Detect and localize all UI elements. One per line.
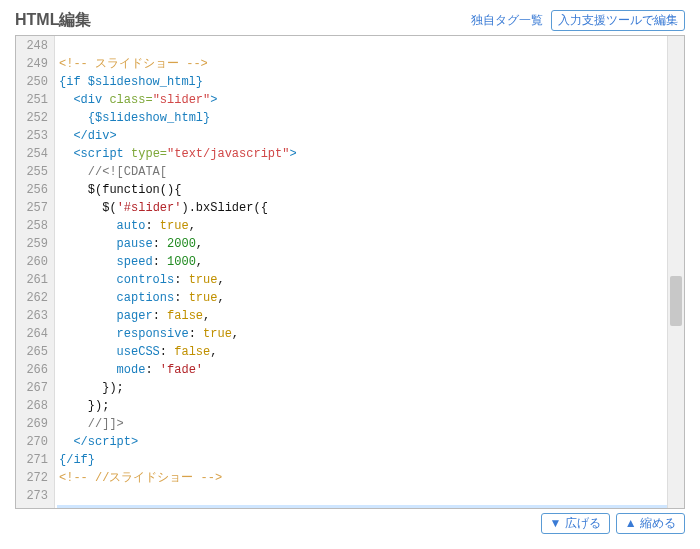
code-line[interactable]: {$slideshow_html} [57, 109, 684, 127]
code-line[interactable]: <div class="slider"> [57, 91, 684, 109]
code-line[interactable]: //<![CDATA[ [57, 163, 684, 181]
line-number: 272 [20, 469, 48, 487]
code-line[interactable]: speed: 1000, [57, 253, 684, 271]
code-line[interactable]: {if $slideshow_html} [57, 73, 684, 91]
code-line[interactable]: pause: 2000, [57, 235, 684, 253]
vertical-scrollbar[interactable] [667, 36, 684, 508]
header-actions: 独自タグ一覧 入力支援ツールで編集 [471, 10, 685, 31]
code-line[interactable]: <!-- //スライドショー --> [57, 469, 684, 487]
code-line[interactable]: auto: true, [57, 217, 684, 235]
code-line[interactable]: controls: true, [57, 271, 684, 289]
code-line[interactable]: captions: true, [57, 289, 684, 307]
line-number: 262 [20, 289, 48, 307]
code-line[interactable]: }); [57, 397, 684, 415]
code-line[interactable]: </div> [57, 127, 684, 145]
code-editor[interactable]: 2482492502512522532542552562572582592602… [15, 35, 685, 509]
code-line[interactable]: $('#slider').bxSlider({ [57, 199, 684, 217]
line-number: 269 [20, 415, 48, 433]
line-number: 253 [20, 127, 48, 145]
expand-button[interactable]: ▼ 広げる [541, 513, 610, 534]
line-number: 273 [20, 487, 48, 505]
shrink-button[interactable]: ▲ 縮める [616, 513, 685, 534]
line-number: 252 [20, 109, 48, 127]
line-number: 258 [20, 217, 48, 235]
line-number: 268 [20, 397, 48, 415]
code-line[interactable]: {/if} [57, 451, 684, 469]
code-line[interactable]: mode: 'fade' [57, 361, 684, 379]
line-number: 264 [20, 325, 48, 343]
code-line[interactable]: }); [57, 379, 684, 397]
code-area[interactable]: <!-- スライドショー -->{if $slideshow_html} <di… [55, 36, 684, 508]
line-number: 249 [20, 55, 48, 73]
line-number: 256 [20, 181, 48, 199]
line-number: 248 [20, 37, 48, 55]
line-number: 271 [20, 451, 48, 469]
edit-tool-button[interactable]: 入力支援ツールで編集 [551, 10, 685, 31]
code-line[interactable]: <div class="main row"> [57, 505, 684, 508]
line-number: 263 [20, 307, 48, 325]
code-line[interactable]: useCSS: false, [57, 343, 684, 361]
line-number: 257 [20, 199, 48, 217]
panel-footer: ▼ 広げる ▲ 縮める [15, 513, 685, 534]
panel-title: HTML編集 [15, 10, 91, 31]
code-line[interactable]: responsive: true, [57, 325, 684, 343]
line-number: 254 [20, 145, 48, 163]
code-line[interactable]: pager: false, [57, 307, 684, 325]
code-line[interactable] [57, 487, 684, 505]
line-number: 260 [20, 253, 48, 271]
line-number: 259 [20, 235, 48, 253]
line-number: 265 [20, 343, 48, 361]
code-line[interactable] [57, 37, 684, 55]
html-editor-panel: HTML編集 独自タグ一覧 入力支援ツールで編集 248249250251252… [0, 0, 700, 549]
panel-header: HTML編集 独自タグ一覧 入力支援ツールで編集 [15, 10, 685, 31]
line-number: 267 [20, 379, 48, 397]
tag-list-link[interactable]: 独自タグ一覧 [471, 12, 543, 29]
line-number: 251 [20, 91, 48, 109]
line-number: 274 [20, 505, 48, 509]
line-number: 261 [20, 271, 48, 289]
code-line[interactable]: <!-- スライドショー --> [57, 55, 684, 73]
line-gutter: 2482492502512522532542552562572582592602… [16, 36, 55, 508]
line-number: 266 [20, 361, 48, 379]
scrollbar-thumb[interactable] [670, 276, 682, 326]
line-number: 250 [20, 73, 48, 91]
line-number: 270 [20, 433, 48, 451]
code-line[interactable]: </script> [57, 433, 684, 451]
line-number: 255 [20, 163, 48, 181]
code-line[interactable]: $(function(){ [57, 181, 684, 199]
code-line[interactable]: <script type="text/javascript"> [57, 145, 684, 163]
code-line[interactable]: //]]> [57, 415, 684, 433]
